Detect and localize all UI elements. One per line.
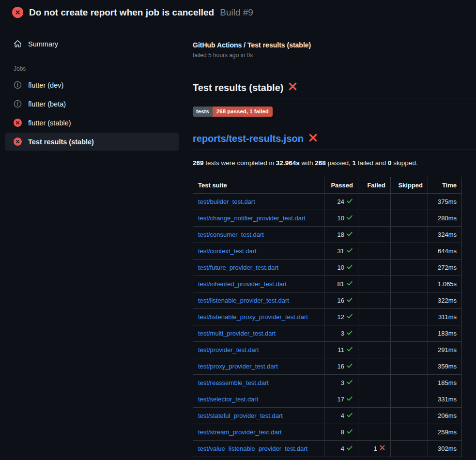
column-header-time: Time	[428, 177, 462, 193]
tests-badge-value: 268 passed, 1 failed	[213, 107, 273, 117]
cell-time: 375ms	[428, 193, 462, 210]
cell-time: 291ms	[428, 341, 462, 358]
test-suite-link[interactable]: test/reassemble_test.dart	[198, 379, 269, 386]
test-suite-link[interactable]: test/stateful_provider_test.dart	[198, 412, 283, 419]
cell-skipped	[391, 325, 428, 341]
check-icon	[346, 313, 353, 321]
cell-failed	[358, 374, 391, 391]
cell-skipped	[391, 440, 428, 457]
passed-count: 3	[341, 330, 344, 337]
test-suite-link[interactable]: test/future_provider_test.dart	[198, 264, 278, 271]
test-suite-link[interactable]: test/inherited_provider_test.dart	[198, 280, 287, 288]
check-icon	[346, 346, 353, 354]
passed-count: 11	[338, 346, 345, 353]
cell-skipped	[391, 308, 428, 325]
cell-test-suite: test/provider_test.dart	[193, 341, 324, 358]
sidebar-item-summary[interactable]: Summary	[0, 34, 184, 54]
cell-failed	[358, 276, 391, 292]
cell-passed: 4	[324, 407, 358, 424]
cell-passed: 10	[324, 210, 358, 226]
cell-test-suite: test/proxy_provider_test.dart	[193, 358, 324, 374]
sidebar-job-item[interactable]: flutter (beta)	[5, 95, 179, 113]
neutral-status-icon	[14, 81, 22, 89]
cell-failed	[358, 341, 391, 358]
sidebar-jobs-heading: Jobs	[0, 54, 184, 75]
test-suite-link[interactable]: test/context_test.dart	[198, 247, 257, 255]
build-number: Build #9	[220, 7, 253, 18]
table-row: test/selector_test.dart17331ms	[193, 391, 462, 407]
section-title: Test results (stable)	[193, 82, 283, 93]
test-summary-text: 269 tests were completed in 32.964s with…	[193, 159, 476, 167]
cell-skipped	[391, 259, 428, 276]
test-results-table: Test suite Passed Failed Skipped Time te…	[193, 177, 462, 457]
cell-passed: 17	[324, 391, 358, 407]
passed-count: 8	[341, 429, 344, 436]
sidebar-job-item[interactable]: flutter (stable)	[5, 114, 179, 132]
test-suite-link[interactable]: test/value_listenable_provider_test.dart	[198, 445, 307, 452]
test-suite-link[interactable]: test/selector_test.dart	[198, 396, 258, 403]
passed-count: 10	[338, 264, 344, 271]
test-suite-link[interactable]: test/listenable_proxy_provider_test.dart	[198, 313, 308, 321]
cell-skipped	[391, 226, 428, 243]
test-suite-link[interactable]: test/change_notifier_provider_test.dart	[198, 215, 306, 222]
x-icon	[379, 445, 385, 452]
passed-count: 17	[338, 396, 344, 403]
cell-skipped	[391, 276, 428, 292]
cell-test-suite: test/inherited_provider_test.dart	[193, 276, 324, 292]
failed-x-icon	[308, 133, 318, 145]
page-header: Do not create report when job is cancell…	[12, 7, 476, 18]
cell-skipped	[391, 193, 428, 210]
report-file-heading[interactable]: reports/test-results.json	[193, 133, 476, 145]
cell-passed: 24	[324, 193, 358, 210]
table-row: test/context_test.dart31644ms	[193, 243, 462, 259]
table-row: test/reassemble_test.dart3185ms	[193, 374, 462, 391]
cell-failed	[358, 292, 391, 308]
passed-count: 31	[338, 247, 344, 255]
summary-segment: 1	[353, 159, 356, 167]
main-content: GitHub Actions / Test results (stable) f…	[193, 41, 476, 457]
test-suite-link[interactable]: test/proxy_provider_test.dart	[198, 363, 278, 370]
divider	[193, 69, 476, 69]
column-header-passed: Passed	[324, 177, 358, 193]
passed-count: 12	[338, 313, 344, 321]
test-suite-link[interactable]: test/consumer_test.dart	[198, 231, 264, 238]
failed-status-icon	[14, 138, 22, 146]
cell-failed	[358, 325, 391, 341]
cell-failed	[358, 243, 391, 259]
table-row: test/consumer_test.dart18324ms	[193, 226, 462, 243]
cell-passed: 16	[324, 358, 358, 374]
column-header-skipped: Skipped	[391, 177, 428, 193]
cell-passed: 16	[324, 292, 358, 308]
divider	[193, 98, 476, 98]
check-icon	[346, 198, 353, 206]
breadcrumb: GitHub Actions / Test results (stable)	[193, 41, 476, 49]
cell-failed	[358, 407, 391, 424]
table-row: test/builder_test.dart24375ms	[193, 193, 462, 210]
tests-badge-label: tests	[193, 107, 213, 117]
test-suite-link[interactable]: test/provider_test.dart	[198, 346, 259, 353]
check-icon	[346, 329, 353, 337]
test-suite-link[interactable]: test/multi_provider_test.dart	[198, 330, 276, 337]
report-file-link[interactable]: reports/test-results.json	[193, 133, 304, 144]
cell-test-suite: test/builder_test.dart	[193, 193, 324, 210]
summary-segment: skipped.	[392, 159, 418, 167]
cell-time: 359ms	[428, 358, 462, 374]
cell-time: 322ms	[428, 292, 462, 308]
column-header-failed: Failed	[358, 177, 391, 193]
cell-failed: 1	[358, 440, 391, 457]
cell-passed: 3	[324, 374, 358, 391]
test-suite-link[interactable]: test/stream_provider_test.dart	[198, 429, 282, 436]
sidebar-job-item[interactable]: Test results (stable)	[5, 133, 179, 151]
check-icon	[346, 362, 353, 370]
test-suite-link[interactable]: test/listenable_provider_test.dart	[198, 297, 289, 304]
section-heading: Test results (stable)	[193, 82, 476, 93]
passed-count: 81	[338, 280, 344, 288]
test-suite-link[interactable]: test/builder_test.dart	[198, 198, 255, 205]
cell-time: 280ms	[428, 210, 462, 226]
cell-time: 311ms	[428, 308, 462, 325]
sidebar-job-item[interactable]: flutter (dev)	[5, 76, 179, 94]
cell-failed	[358, 308, 391, 325]
check-icon	[346, 214, 353, 222]
cell-passed: 18	[324, 226, 358, 243]
passed-count: 4	[341, 412, 344, 419]
